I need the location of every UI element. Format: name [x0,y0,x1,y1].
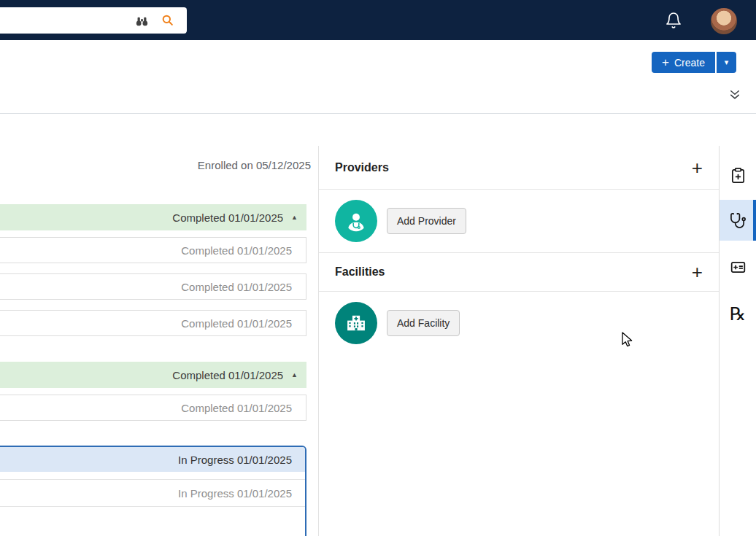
add-facility-button[interactable]: Add Facility [387,310,460,336]
rail-item-providers[interactable] [720,200,756,241]
facilities-title: Facilities [335,265,385,279]
timeline-item[interactable]: In Progress 01/01/2025 [0,479,305,507]
timeline-group-selected[interactable]: In Progress 01/01/2025 In Progress 01/01… [0,446,306,536]
timeline-item[interactable]: Completed 01/01/2025 [0,237,306,263]
timeline-item-status: In Progress 01/01/2025 [178,487,292,500]
bell-icon[interactable] [665,12,682,29]
care-team-panel: Providers + Add Provider Facilities + [318,146,719,536]
create-button-label: Create [674,57,705,69]
user-avatar[interactable] [711,8,737,34]
timeline-item[interactable]: Completed 01/01/2025 [0,273,306,300]
facility-row: Add Facility [319,292,719,354]
id-card-icon [730,259,747,276]
rail-item-care-plan[interactable] [720,155,756,195]
summary-bar [0,78,756,114]
timeline-group-header[interactable]: In Progress 01/01/2025 [0,447,305,472]
action-bar: + Create ▾ [0,40,756,78]
stethoscope-icon [730,212,747,229]
add-provider-plus-button[interactable]: + [692,158,703,177]
timeline-item-status: Completed 01/01/2025 [181,244,292,257]
provider-avatar-icon [335,200,377,242]
enrollment-date: Enrolled on 05/12/2025 [198,159,311,171]
rail-item-insurance-card[interactable] [720,246,756,287]
timeline-item[interactable]: Completed 01/01/2025 [0,310,306,336]
timeline-group-status: Completed 01/01/2025 [172,369,283,381]
timeline-item-status: Completed 01/01/2025 [181,317,292,330]
create-split-button: + Create ▾ [652,52,736,73]
timeline-item-status: Completed 01/01/2025 [181,402,292,414]
timeline-group-status: In Progress 01/01/2025 [178,454,292,466]
binoculars-icon[interactable] [134,12,150,29]
add-facility-plus-button[interactable]: + [692,263,703,281]
global-search[interactable] [0,7,187,34]
rail-item-prescriptions[interactable]: ℞ [720,293,756,334]
search-input[interactable] [0,7,134,34]
add-provider-button[interactable]: Add Provider [387,208,466,234]
create-button[interactable]: + Create [652,52,715,73]
collapse-icon[interactable]: ▲ [291,214,298,221]
main-content: Enrolled on 05/12/2025 Completed 01/01/2… [0,114,756,536]
timeline-group-status: Completed 01/01/2025 [172,211,283,224]
provider-row: Add Provider [319,190,719,253]
facilities-header: Facilities + [319,253,719,292]
timeline-item[interactable]: Completed 01/01/2025 [0,395,306,421]
clipboard-plus-icon [730,167,747,184]
expand-more-icon[interactable] [728,88,741,101]
timeline-group-header[interactable]: Completed 01/01/2025 ▲ [0,204,306,230]
facility-avatar-icon [335,302,377,344]
plus-icon: + [662,56,669,69]
caret-down-icon: ▾ [725,58,729,67]
prescription-rx-icon: ℞ [730,305,746,323]
timeline-item-status: Completed 01/01/2025 [181,281,292,293]
right-icon-rail: ℞ [719,146,756,536]
search-icon[interactable] [161,13,175,28]
timeline-group-header[interactable]: Completed 01/01/2025 ▲ [0,362,306,388]
providers-title: Providers [335,161,389,174]
collapse-icon[interactable]: ▲ [291,372,298,378]
care-timeline-panel: Enrolled on 05/12/2025 Completed 01/01/2… [0,114,318,536]
create-dropdown-toggle[interactable]: ▾ [717,52,736,73]
top-navigation-bar [0,0,756,40]
providers-header: Providers + [319,146,719,190]
